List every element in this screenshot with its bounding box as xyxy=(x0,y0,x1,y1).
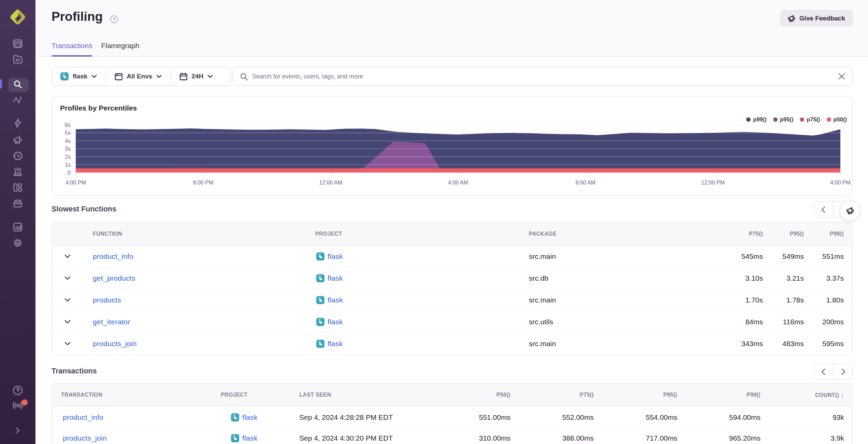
svg-text:8:00 AM: 8:00 AM xyxy=(576,180,596,186)
svg-text:3s: 3s xyxy=(65,146,71,152)
svg-text:12:00 PM: 12:00 PM xyxy=(701,180,724,186)
svg-text:8:00 PM: 8:00 PM xyxy=(193,180,214,186)
svg-text:1s: 1s xyxy=(65,162,71,168)
svg-text:0: 0 xyxy=(68,170,71,176)
svg-text:4s: 4s xyxy=(65,138,71,144)
svg-text:4:00 PM: 4:00 PM xyxy=(830,180,851,186)
svg-text:4:00 PM: 4:00 PM xyxy=(66,180,86,186)
svg-text:5s: 5s xyxy=(65,130,71,136)
svg-text:12:00 AM: 12:00 AM xyxy=(319,180,342,186)
svg-text:2s: 2s xyxy=(65,154,71,160)
svg-text:4:00 AM: 4:00 AM xyxy=(448,180,468,186)
svg-text:6s: 6s xyxy=(65,122,71,128)
